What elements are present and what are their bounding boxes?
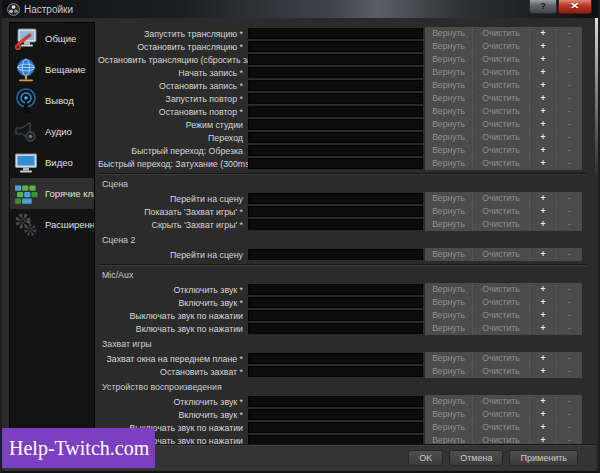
hotkey-input[interactable]	[248, 249, 423, 260]
hotkey-input[interactable]	[248, 119, 423, 130]
clear-button[interactable]: Очистить	[472, 296, 529, 309]
revert-button[interactable]: Вернуть	[425, 434, 472, 444]
remove-hotkey-button[interactable]: -	[556, 131, 582, 144]
hotkey-input[interactable]	[248, 80, 423, 91]
add-hotkey-button[interactable]: +	[529, 105, 556, 118]
add-hotkey-button[interactable]: +	[529, 248, 556, 261]
clear-button[interactable]: Очистить	[472, 118, 529, 131]
remove-hotkey-button[interactable]: -	[556, 144, 582, 157]
revert-button[interactable]: Вернуть	[425, 192, 472, 205]
hotkey-input[interactable]	[248, 132, 423, 143]
add-hotkey-button[interactable]: +	[529, 205, 556, 218]
remove-hotkey-button[interactable]: -	[556, 79, 582, 92]
hotkey-input[interactable]	[248, 145, 423, 156]
cancel-button[interactable]: Отмена	[449, 450, 503, 466]
add-hotkey-button[interactable]: +	[529, 218, 556, 231]
clear-button[interactable]: Очистить	[472, 53, 529, 66]
add-hotkey-button[interactable]: +	[529, 79, 556, 92]
remove-hotkey-button[interactable]: -	[556, 205, 582, 218]
apply-button[interactable]: Применить	[509, 450, 578, 466]
clear-button[interactable]: Очистить	[472, 395, 529, 408]
clear-button[interactable]: Очистить	[472, 309, 529, 322]
remove-hotkey-button[interactable]: -	[556, 283, 582, 296]
add-hotkey-button[interactable]: +	[529, 434, 556, 444]
sidebar-item-advanced[interactable]: Расширенные	[10, 209, 94, 240]
remove-hotkey-button[interactable]: -	[556, 408, 582, 421]
hotkey-input[interactable]	[248, 366, 423, 377]
hotkey-input[interactable]	[248, 41, 423, 52]
revert-button[interactable]: Вернуть	[425, 92, 472, 105]
remove-hotkey-button[interactable]: -	[556, 27, 582, 40]
revert-button[interactable]: Вернуть	[425, 352, 472, 365]
add-hotkey-button[interactable]: +	[529, 352, 556, 365]
revert-button[interactable]: Вернуть	[425, 309, 472, 322]
help-button[interactable]: ?	[529, 0, 557, 14]
clear-button[interactable]: Очистить	[472, 144, 529, 157]
revert-button[interactable]: Вернуть	[425, 218, 472, 231]
hotkey-input[interactable]	[248, 310, 423, 321]
remove-hotkey-button[interactable]: -	[556, 352, 582, 365]
clear-button[interactable]: Очистить	[472, 283, 529, 296]
clear-button[interactable]: Очистить	[472, 205, 529, 218]
remove-hotkey-button[interactable]: -	[556, 118, 582, 131]
hotkey-input[interactable]	[248, 206, 423, 217]
revert-button[interactable]: Вернуть	[425, 395, 472, 408]
add-hotkey-button[interactable]: +	[529, 309, 556, 322]
add-hotkey-button[interactable]: +	[529, 27, 556, 40]
remove-hotkey-button[interactable]: -	[556, 105, 582, 118]
clear-button[interactable]: Очистить	[472, 408, 529, 421]
revert-button[interactable]: Вернуть	[425, 53, 472, 66]
revert-button[interactable]: Вернуть	[425, 157, 472, 170]
clear-button[interactable]: Очистить	[472, 365, 529, 378]
revert-button[interactable]: Вернуть	[425, 131, 472, 144]
revert-button[interactable]: Вернуть	[425, 283, 472, 296]
revert-button[interactable]: Вернуть	[425, 79, 472, 92]
hotkey-input[interactable]	[248, 409, 423, 420]
hotkey-input[interactable]	[248, 284, 423, 295]
sidebar-item-audio[interactable]: Аудио	[10, 116, 94, 147]
revert-button[interactable]: Вернуть	[425, 118, 472, 131]
remove-hotkey-button[interactable]: -	[556, 322, 582, 335]
add-hotkey-button[interactable]: +	[529, 157, 556, 170]
clear-button[interactable]: Очистить	[472, 131, 529, 144]
sidebar-item-output[interactable]: Вывод	[10, 85, 94, 116]
add-hotkey-button[interactable]: +	[529, 92, 556, 105]
hotkey-input[interactable]	[248, 297, 423, 308]
hotkey-input[interactable]	[248, 158, 423, 169]
clear-button[interactable]: Очистить	[472, 66, 529, 79]
clear-button[interactable]: Очистить	[472, 421, 529, 434]
remove-hotkey-button[interactable]: -	[556, 157, 582, 170]
revert-button[interactable]: Вернуть	[425, 66, 472, 79]
revert-button[interactable]: Вернуть	[425, 205, 472, 218]
add-hotkey-button[interactable]: +	[529, 118, 556, 131]
revert-button[interactable]: Вернуть	[425, 248, 472, 261]
revert-button[interactable]: Вернуть	[425, 421, 472, 434]
clear-button[interactable]: Очистить	[472, 27, 529, 40]
hotkey-input[interactable]	[248, 193, 423, 204]
hotkey-input[interactable]	[248, 435, 423, 444]
hotkey-input[interactable]	[248, 396, 423, 407]
hotkey-input[interactable]	[248, 422, 423, 433]
clear-button[interactable]: Очистить	[472, 92, 529, 105]
remove-hotkey-button[interactable]: -	[556, 248, 582, 261]
clear-button[interactable]: Очистить	[472, 218, 529, 231]
clear-button[interactable]: Очистить	[472, 105, 529, 118]
add-hotkey-button[interactable]: +	[529, 131, 556, 144]
add-hotkey-button[interactable]: +	[529, 40, 556, 53]
revert-button[interactable]: Вернуть	[425, 296, 472, 309]
clear-button[interactable]: Очистить	[472, 40, 529, 53]
remove-hotkey-button[interactable]: -	[556, 92, 582, 105]
hotkey-input[interactable]	[248, 28, 423, 39]
revert-button[interactable]: Вернуть	[425, 322, 472, 335]
add-hotkey-button[interactable]: +	[529, 408, 556, 421]
ok-button[interactable]: OK	[408, 450, 443, 466]
clear-button[interactable]: Очистить	[472, 322, 529, 335]
add-hotkey-button[interactable]: +	[529, 53, 556, 66]
remove-hotkey-button[interactable]: -	[556, 66, 582, 79]
clear-button[interactable]: Очистить	[472, 248, 529, 261]
revert-button[interactable]: Вернуть	[425, 144, 472, 157]
sidebar-item-hotkeys[interactable]: Горячие клавиши	[10, 178, 94, 209]
add-hotkey-button[interactable]: +	[529, 296, 556, 309]
hotkey-input[interactable]	[248, 106, 423, 117]
hotkey-input[interactable]	[248, 93, 423, 104]
